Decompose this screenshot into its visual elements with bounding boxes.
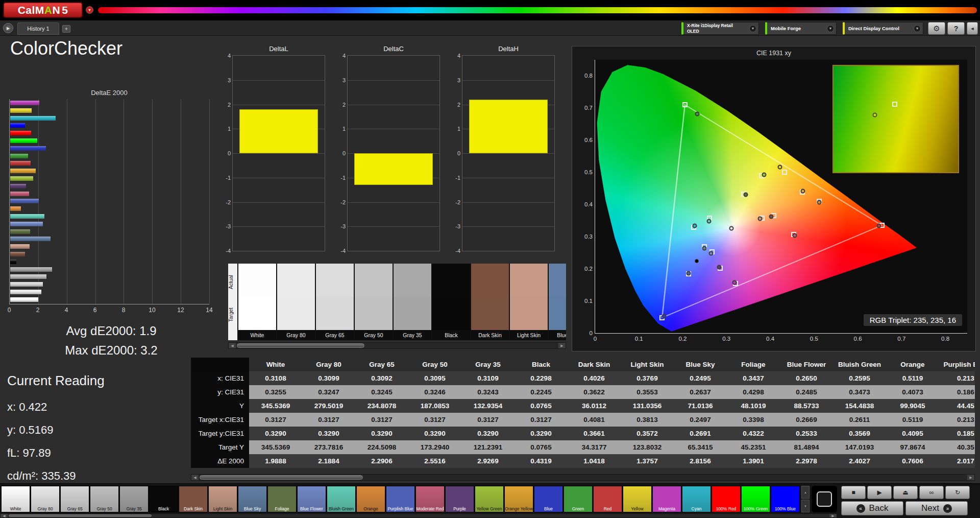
patch-toolbar: WhiteGray 80Gray 65Gray 50Gray 35BlackDa… xyxy=(0,483,980,518)
max-de2000-value: Max dE2000: 3.2 xyxy=(0,343,223,358)
patch-chip-label: Green xyxy=(564,507,592,511)
back-button[interactable]: « Back xyxy=(841,501,903,515)
patch-chip-100-green[interactable]: 100% Green xyxy=(741,486,770,512)
table-cell: 0.4073 xyxy=(886,385,939,399)
infinity-button[interactable]: ∞ xyxy=(919,486,944,499)
patch-chip-blue[interactable]: Blue xyxy=(534,486,563,512)
patch-toolbar-scrollbar[interactable]: ◀ ▶ xyxy=(0,513,837,518)
inset-target-point xyxy=(892,102,897,107)
eject-button[interactable]: ⏏ xyxy=(893,486,918,499)
patch-chip-light-skin[interactable]: Light Skin xyxy=(208,486,237,512)
table-cell: 0.3247 xyxy=(302,385,355,399)
patch-chip-purplish-blue[interactable]: Purplish Blue xyxy=(386,486,415,512)
swatch-row-labels: Actual Target xyxy=(228,264,237,340)
scrollbar-track[interactable] xyxy=(199,475,967,480)
swatch-name-label: Gray 80 xyxy=(277,330,315,340)
patch-chip-purple[interactable]: Purple xyxy=(445,486,474,512)
measured-point xyxy=(717,265,721,269)
source-dropdown[interactable]: Mobile Forge ▼ xyxy=(765,22,837,35)
scroll-up-icon[interactable]: ▲ xyxy=(801,486,810,499)
scrollbar-track[interactable] xyxy=(8,514,829,517)
play-button[interactable]: ▶ xyxy=(867,486,892,499)
next-button[interactable]: Next » xyxy=(905,501,968,515)
patch-chip-moderate-red[interactable]: Moderate Red xyxy=(415,486,445,512)
scroll-left-icon[interactable]: ◀ xyxy=(1,514,8,517)
patch-chip-orange-yellow[interactable]: Orange Yellow xyxy=(504,486,533,512)
table-cell: 48.1019 xyxy=(727,399,780,413)
patch-chip-label: 100% Blue xyxy=(771,507,799,511)
gridline xyxy=(348,129,439,129)
stop-button[interactable]: ■ xyxy=(841,486,866,499)
table-cell: 2.1884 xyxy=(302,454,355,468)
patch-chip-label: Orange xyxy=(357,507,385,511)
loop-button[interactable]: ↻ xyxy=(945,486,970,499)
patch-chip-white[interactable]: White xyxy=(1,486,30,512)
scroll-left-icon[interactable]: ◀ xyxy=(191,475,199,480)
column-header-gray-50: Gray 50 xyxy=(408,358,461,371)
y-axis-tick-label: -2 xyxy=(335,199,346,205)
column-header-gray-35: Gray 35 xyxy=(461,358,514,371)
table-cell: 0.3127 xyxy=(302,413,355,427)
device-dropdown[interactable]: Direct Display Control ▼ xyxy=(843,22,923,35)
logo-text-a: A xyxy=(44,4,53,16)
logo-menu-dropdown-icon[interactable]: ▼ xyxy=(86,6,93,14)
patch-chip-gray-80[interactable]: Gray 80 xyxy=(31,486,60,512)
patch-chip-red[interactable]: Red xyxy=(593,486,622,512)
swatch-dark-skin: Dark Skin xyxy=(471,264,509,340)
patch-chip-foliage[interactable]: Foliage xyxy=(267,486,297,512)
y-axis-tick-label: 0 xyxy=(335,150,346,156)
table-cell: 0.2497 xyxy=(674,413,727,427)
scroll-right-icon[interactable]: ▶ xyxy=(967,475,974,480)
cie-plot-area: 00.10.20.30.40.50.60.70.8 00.10.20.30.40… xyxy=(595,60,967,334)
patch-chip-gray-65[interactable]: Gray 65 xyxy=(60,486,89,512)
collapse-panel-icon[interactable]: ◄ xyxy=(967,22,978,35)
patch-chip-100-blue[interactable]: 100% Blue xyxy=(771,486,800,512)
table-cell: 0.3661 xyxy=(568,427,621,440)
patch-chip-blue-flower[interactable]: Blue Flower xyxy=(297,486,326,512)
deltae-bar-moderate-red xyxy=(10,192,29,196)
patch-chip-dark-skin[interactable]: Dark Skin xyxy=(179,486,208,512)
measured-point xyxy=(732,280,737,285)
tab-history-1[interactable]: History 1 xyxy=(17,22,59,35)
y-axis-tick-label: -3 xyxy=(450,223,460,229)
pattern-window-button[interactable] xyxy=(817,491,832,507)
scroll-down-icon[interactable]: ▼ xyxy=(801,500,810,512)
help-button[interactable]: ? xyxy=(947,22,965,35)
scrollbar-track[interactable] xyxy=(236,343,558,348)
scrollbar-thumb[interactable] xyxy=(237,343,364,348)
patch-chip-gray-35[interactable]: Gray 35 xyxy=(119,486,149,512)
patch-chip-label: White xyxy=(2,507,30,511)
patch-chip-blue-sky[interactable]: Blue Sky xyxy=(238,486,267,512)
scrollbar-thumb[interactable] xyxy=(9,514,152,517)
table-scrollbar[interactable]: ◀ ▶ xyxy=(191,474,975,481)
table-cell: 234.8078 xyxy=(355,399,408,413)
scroll-right-icon[interactable]: ▶ xyxy=(558,343,566,348)
patch-chip-magenta[interactable]: Magenta xyxy=(652,486,681,512)
swatch-strip-scrollbar[interactable]: ◀ ▶ xyxy=(228,342,566,349)
measured-point xyxy=(702,246,706,251)
scroll-right-icon[interactable]: ▶ xyxy=(829,514,837,517)
patch-chip-orange[interactable]: Orange xyxy=(356,486,385,512)
patch-chip-100-red[interactable]: 100% Red xyxy=(712,486,741,512)
scroll-left-icon[interactable]: ◀ xyxy=(229,343,236,348)
patch-chip-green[interactable]: Green xyxy=(564,486,593,512)
history-nav-icon[interactable]: ▶ xyxy=(3,23,13,33)
meter-dropdown[interactable]: X-Rite i1Display Retail OLED ▼ xyxy=(681,22,759,35)
patch-chip-yellow[interactable]: Yellow xyxy=(623,486,652,512)
scrollbar-thumb[interactable] xyxy=(200,475,363,480)
patch-chip-cyan[interactable]: Cyan xyxy=(682,486,711,512)
add-tab-button[interactable]: + xyxy=(62,25,70,33)
gridline xyxy=(348,226,439,227)
patch-chip-yellow-green[interactable]: Yellow Green xyxy=(475,486,504,512)
patch-chip-label: Light Skin xyxy=(209,507,237,511)
settings-gear-icon[interactable]: ⚙ xyxy=(928,22,945,35)
patch-chip-bluish-green[interactable]: Bluish Green xyxy=(327,486,356,512)
x-axis-tick-label: 0.5 xyxy=(810,336,818,342)
table-cell: 0.4322 xyxy=(727,427,780,440)
patch-chip-black[interactable]: Black xyxy=(149,486,178,512)
deltae-bar-purplish-blue xyxy=(10,199,39,203)
table-cell: 0.3290 xyxy=(514,427,568,440)
delta-value-bar xyxy=(239,109,318,153)
table-cell: 2.9269 xyxy=(461,454,514,468)
patch-chip-gray-50[interactable]: Gray 50 xyxy=(90,486,119,512)
